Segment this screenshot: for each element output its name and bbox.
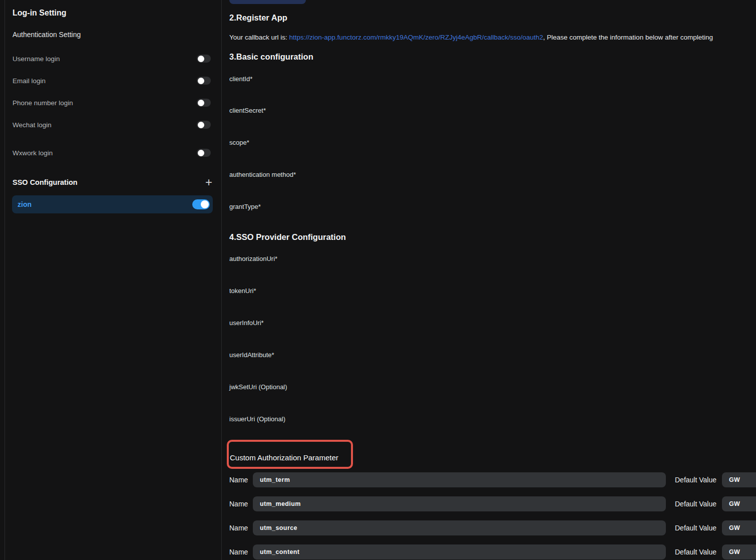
sso-configuration-header: SSO Configuration + <box>13 177 212 187</box>
toggle-knob <box>198 122 204 128</box>
callback-url-line: Your callback url is: https://zion-app.f… <box>229 34 713 41</box>
callback-url-link[interactable]: https://zion-app.functorz.com/rmkky19AQm… <box>289 34 543 41</box>
left-rail-divider <box>5 0 5 560</box>
register-app-heading: 2.Register App <box>229 13 287 23</box>
basic-configuration-heading: 3.Basic configuration <box>229 52 313 62</box>
name-label: Name <box>229 500 253 508</box>
param-row-utm-medium: Name Default Value <box>229 496 756 511</box>
toggle-knob <box>198 78 204 84</box>
custom-authorization-parameter-heading: Custom Authorization Parameter <box>230 453 338 462</box>
field-label-tokenuri: tokenUri* <box>229 287 256 295</box>
toggle-row-username-login: Username login <box>13 54 211 64</box>
sidebar-main-divider <box>221 0 222 560</box>
toggle-knob <box>198 56 204 62</box>
toggle-row-wechat-login: Wechat login <box>13 120 211 130</box>
wechat-login-toggle[interactable] <box>197 121 211 129</box>
auth-section-title: Authentication Setting <box>13 31 81 39</box>
sso-item-zion[interactable]: zion <box>12 195 213 213</box>
plus-icon[interactable]: + <box>205 177 212 187</box>
field-label-useridattribute: userIdAttribute* <box>229 351 274 359</box>
toggle-label: Email login <box>13 77 46 85</box>
param-default-input[interactable] <box>722 496 756 511</box>
param-name-input[interactable] <box>253 544 666 559</box>
field-label-clientid: clientId* <box>229 75 252 83</box>
field-label-jwkseturi: jwkSetUri (Optional) <box>229 383 287 391</box>
name-label: Name <box>229 524 253 532</box>
toggle-label: Phone number login <box>13 99 73 107</box>
toggle-row-wxwork-login: Wxwork login <box>13 148 211 158</box>
default-value-label: Default Value <box>675 500 717 508</box>
default-value-label: Default Value <box>675 524 717 532</box>
name-label: Name <box>229 548 253 556</box>
param-row-utm-source: Name Default Value <box>229 520 756 535</box>
toggle-label: Username login <box>13 55 60 63</box>
sso-section-title: SSO Configuration <box>13 178 78 186</box>
param-row-utm-term: Name Default Value <box>229 472 756 487</box>
default-value-label: Default Value <box>675 476 717 484</box>
sso-provider-configuration-heading: 4.SSO Provider Configuration <box>229 232 346 242</box>
callback-suffix: , Please complete the information below … <box>543 34 713 41</box>
param-row-utm-content: Name Default Value <box>229 544 756 559</box>
default-value-label: Default Value <box>675 548 717 556</box>
toggle-knob <box>198 100 204 106</box>
param-name-input[interactable] <box>253 496 666 511</box>
login-setting-page: Log-in Setting Authentication Setting Us… <box>0 0 756 560</box>
field-label-auth-method: authentication method* <box>229 171 296 178</box>
field-label-granttype: grantType* <box>229 203 261 210</box>
field-label-authorizationuri: authorizationUri* <box>229 255 277 262</box>
toggle-label: Wechat login <box>13 121 52 129</box>
toggle-row-phone-login: Phone number login <box>13 98 211 108</box>
param-name-input[interactable] <box>253 520 666 535</box>
field-label-issueruri: issuerUri (Optional) <box>229 415 285 423</box>
page-title: Log-in Setting <box>13 9 67 18</box>
toggle-row-email-login: Email login <box>13 76 211 86</box>
username-login-toggle[interactable] <box>197 55 211 63</box>
name-label: Name <box>229 476 253 484</box>
email-login-toggle[interactable] <box>197 77 211 85</box>
toggle-knob <box>198 150 204 156</box>
toggle-label: Wxwork login <box>13 149 53 157</box>
sso-item-label: zion <box>18 200 32 208</box>
field-label-userinfouri: userInfoUri* <box>229 319 264 327</box>
callback-prefix: Your callback url is: <box>229 34 289 41</box>
param-name-input[interactable] <box>253 472 666 487</box>
param-default-input[interactable] <box>722 544 756 559</box>
zion-enabled-toggle[interactable] <box>192 199 210 209</box>
wxwork-login-toggle[interactable] <box>197 149 211 157</box>
toggle-knob <box>201 200 209 208</box>
param-default-input[interactable] <box>722 520 756 535</box>
phone-login-toggle[interactable] <box>197 99 211 107</box>
param-default-input[interactable] <box>722 472 756 487</box>
field-label-scope: scope* <box>229 139 249 146</box>
field-label-clientsecret: clientSecret* <box>229 107 266 114</box>
primary-action-button-partial[interactable] <box>229 0 306 4</box>
